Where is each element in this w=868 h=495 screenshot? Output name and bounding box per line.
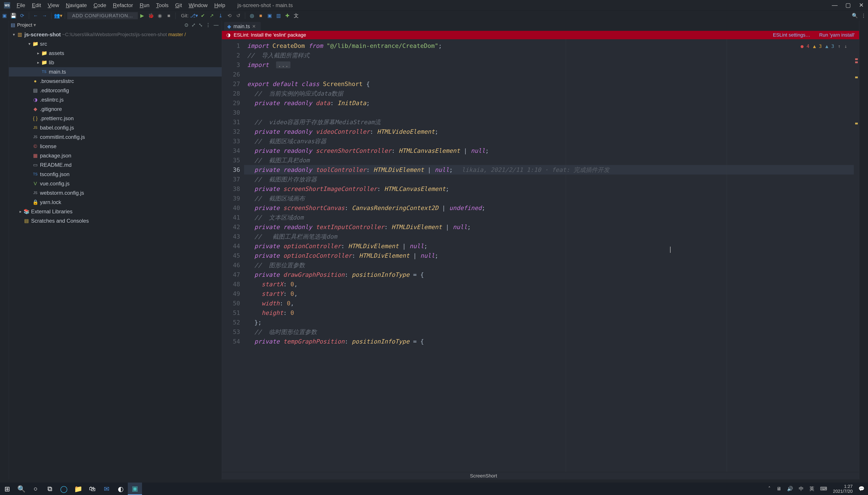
panel-collapse-icon[interactable]: ⤡ bbox=[199, 22, 203, 28]
code-line-46[interactable]: // 图形位置参数 bbox=[244, 260, 854, 270]
tree-item--eslintrc-js[interactable]: ◑.eslintrc.js bbox=[9, 95, 222, 104]
start-button[interactable]: ⊞ bbox=[0, 482, 14, 495]
nav-up-icon[interactable]: ↑ bbox=[838, 41, 841, 51]
nav-forward-icon[interactable]: → bbox=[40, 13, 49, 19]
menu-run[interactable]: Run bbox=[136, 2, 153, 8]
chrome-icon[interactable]: ◐ bbox=[114, 482, 128, 495]
tree-item-external-libraries[interactable]: ▸📚External Libraries bbox=[9, 207, 222, 216]
project-panel-header[interactable]: ▤ Project ▾ ⊙ ⤢ ⤡ ⋮ — bbox=[9, 21, 222, 30]
code-line-30[interactable] bbox=[244, 108, 854, 117]
git-history-icon[interactable]: ⟲ bbox=[225, 13, 234, 19]
tree-item--gitignore[interactable]: ◆.gitignore bbox=[9, 104, 222, 114]
code-line-37[interactable]: // 截图图片存放容器 bbox=[244, 174, 854, 184]
ime-lang-indicator[interactable]: 中 bbox=[799, 485, 804, 492]
tb-ext6-icon[interactable]: 文 bbox=[292, 13, 301, 19]
panel-gear-icon[interactable]: ⋮ bbox=[206, 22, 211, 28]
webstorm-taskbar-icon[interactable]: ▣ bbox=[128, 482, 142, 495]
debug-icon[interactable]: 🐞 bbox=[147, 13, 155, 19]
code-line-42[interactable]: private readonly textInputController: HT… bbox=[244, 222, 854, 232]
editor-content[interactable]: ● 4 ▲ 3 ▲ 3 ↑ ↓ import CreateDom from "@… bbox=[244, 39, 854, 472]
run-config-selector[interactable]: ADD CONFIGURATION... bbox=[67, 12, 138, 19]
tray-keyboard-icon[interactable]: ⌨ bbox=[820, 486, 827, 492]
code-line-49[interactable]: startY: 0, bbox=[244, 289, 854, 298]
window-close-button[interactable]: ✕ bbox=[855, 2, 868, 8]
tree-item-assets[interactable]: ▸📁assets bbox=[9, 49, 222, 58]
editor-scrollbar[interactable] bbox=[854, 39, 859, 472]
panel-hide-icon[interactable]: — bbox=[214, 22, 219, 28]
close-tab-icon[interactable]: ✕ bbox=[252, 24, 256, 29]
menu-refactor[interactable]: Refactor bbox=[110, 2, 136, 8]
cortana-icon[interactable]: ○ bbox=[29, 482, 43, 495]
stop-icon[interactable]: ■ bbox=[164, 13, 173, 19]
code-line-32[interactable]: private readonly videoController: HTMLVi… bbox=[244, 127, 854, 136]
code-line-47[interactable]: private drawGraphPosition: positionInfoT… bbox=[244, 270, 854, 279]
panel-expand-icon[interactable]: ⤢ bbox=[191, 22, 196, 28]
tree-item-main-ts[interactable]: TSmain.ts bbox=[9, 67, 222, 76]
store-icon[interactable]: 🛍 bbox=[85, 482, 99, 495]
error-count-icon[interactable]: ● 4 bbox=[801, 41, 809, 51]
menu-window[interactable]: Window bbox=[185, 2, 211, 8]
tree-item-license[interactable]: ©license bbox=[9, 142, 222, 151]
project-tree[interactable]: ▾ ▥ js-screen-shot ~C:\Users\likai\Webst… bbox=[9, 30, 222, 479]
code-line-53[interactable]: // 临时图形位置参数 bbox=[244, 327, 854, 337]
breadcrumb-bar[interactable]: ScreenShort bbox=[222, 472, 859, 479]
tb-ext3-icon[interactable]: ▣ bbox=[265, 13, 274, 19]
code-line-40[interactable]: private screenShortCanvas: CanvasRenderi… bbox=[244, 203, 854, 213]
edge-icon[interactable]: ◯ bbox=[57, 482, 71, 495]
code-editor[interactable]: 1232627282930313233343536373839404142434… bbox=[222, 39, 859, 472]
menu-git[interactable]: Git bbox=[172, 2, 185, 8]
code-line-41[interactable]: // 文本区域dom bbox=[244, 213, 854, 222]
weak-warning-count-icon[interactable]: ▲ 3 bbox=[825, 41, 834, 51]
window-maximize-button[interactable]: ▢ bbox=[841, 2, 855, 8]
breadcrumb-item[interactable]: ScreenShort bbox=[470, 473, 497, 479]
code-line-26[interactable] bbox=[244, 70, 854, 79]
code-line-45[interactable]: private optionIcoController: HTMLDivElem… bbox=[244, 251, 854, 260]
tree-item-package-json[interactable]: ▦package.json bbox=[9, 151, 222, 160]
code-line-54[interactable]: private tempGraphPosition: positionInfoT… bbox=[244, 337, 854, 346]
coverage-icon[interactable]: ◉ bbox=[155, 13, 164, 19]
open-icon[interactable]: ▣ bbox=[0, 13, 9, 19]
menu-file[interactable]: File bbox=[13, 2, 29, 8]
code-line-28[interactable]: // 当前实例的响应式data数据 bbox=[244, 89, 854, 98]
save-icon[interactable]: 💾 bbox=[9, 13, 18, 19]
tray-network-icon[interactable]: 🖥 bbox=[777, 486, 781, 492]
inspection-indicators[interactable]: ● 4 ▲ 3 ▲ 3 ↑ ↓ bbox=[801, 41, 847, 51]
code-line-27[interactable]: export default class ScreenShort { bbox=[244, 79, 854, 89]
tb-ext1-icon[interactable]: ◎ bbox=[247, 13, 256, 19]
tree-item-webstorm-config-js[interactable]: JSwebstorm.config.js bbox=[9, 188, 222, 198]
task-view-icon[interactable]: ⧉ bbox=[43, 482, 57, 495]
code-line-3[interactable]: import ... bbox=[244, 60, 854, 70]
tree-item--editorconfig[interactable]: ▤.editorconfig bbox=[9, 86, 222, 95]
search-button[interactable]: 🔍 bbox=[14, 482, 29, 495]
code-with-me-icon[interactable]: 👥▾ bbox=[54, 13, 63, 19]
code-line-31[interactable]: // video容器用于存放屏幕MediaStream流 bbox=[244, 117, 854, 127]
code-line-33[interactable]: // 截图区域canvas容器 bbox=[244, 136, 854, 146]
menu-help[interactable]: Help bbox=[211, 2, 229, 8]
code-line-44[interactable]: private optionController: HTMLDivElement… bbox=[244, 241, 854, 251]
explorer-icon[interactable]: 📁 bbox=[71, 482, 85, 495]
ime-mode-indicator[interactable]: 英 bbox=[809, 485, 814, 492]
menu-navigate[interactable]: Navigate bbox=[63, 2, 90, 8]
settings-icon[interactable]: ⋮ bbox=[859, 13, 868, 19]
tray-volume-icon[interactable]: 🔊 bbox=[787, 486, 793, 492]
sync-icon[interactable]: ⟳ bbox=[18, 13, 27, 19]
menu-view[interactable]: View bbox=[44, 2, 63, 8]
git-branch-icon[interactable]: ⎇▾ bbox=[189, 13, 198, 19]
panel-target-icon[interactable]: ⊙ bbox=[184, 22, 188, 28]
code-line-43[interactable]: // 截图工具栏画笔选项dom bbox=[244, 232, 854, 241]
mail-icon[interactable]: ✉ bbox=[99, 482, 114, 495]
code-line-35[interactable]: // 截图工具栏dom bbox=[244, 155, 854, 165]
code-line-39[interactable]: // 截图区域画布 bbox=[244, 193, 854, 203]
code-line-51[interactable]: height: 0 bbox=[244, 308, 854, 318]
menu-tools[interactable]: Tools bbox=[153, 2, 172, 8]
code-line-29[interactable]: private readonly data: InitData; bbox=[244, 98, 854, 108]
eslint-settings-link[interactable]: ESLint settings… bbox=[773, 32, 810, 38]
tree-item-lib[interactable]: ▸📁lib bbox=[9, 58, 222, 67]
tree-item--browserslistrc[interactable]: ●.browserslistrc bbox=[9, 76, 222, 86]
warning-count-icon[interactable]: ▲ 3 bbox=[813, 41, 822, 51]
code-line-50[interactable]: width: 0, bbox=[244, 298, 854, 308]
code-line-1[interactable]: import CreateDom from "@/lib/main-entran… bbox=[244, 41, 854, 51]
tb-ext2-icon[interactable]: ■ bbox=[256, 13, 265, 19]
tray-chevron-icon[interactable]: ˄ bbox=[768, 486, 771, 492]
tb-ext5-icon[interactable]: ✚ bbox=[283, 13, 292, 19]
